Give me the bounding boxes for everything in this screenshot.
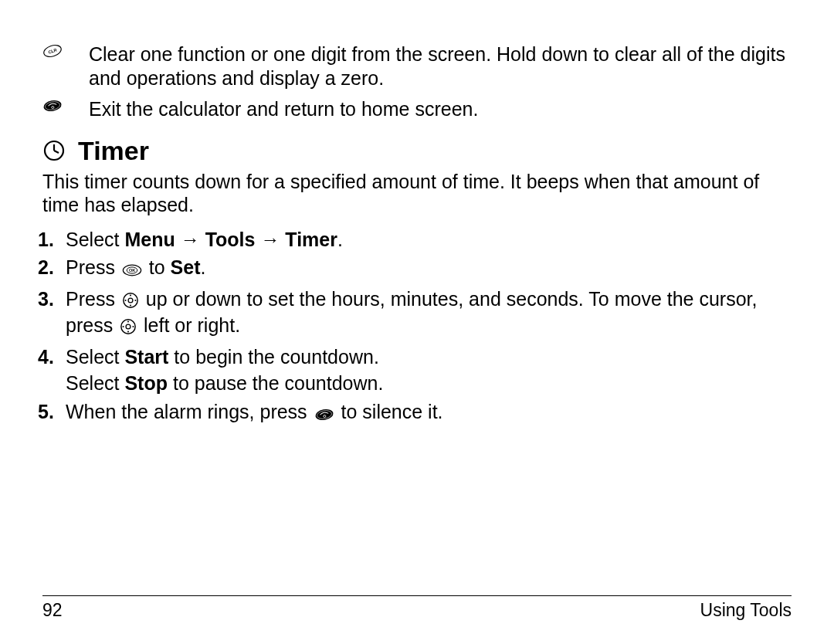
svg-point-12 [128,298,133,303]
step-text: Select [66,229,124,250]
svg-point-19 [127,321,129,323]
svg-point-21 [123,326,124,327]
bold-word: Set [171,256,201,278]
manual-page: CLR Clear one function or one digit from… [0,0,834,644]
period: . [201,256,206,278]
step-text: to begin the countdown. [168,346,378,368]
menu-path-part: Timer [285,229,337,250]
timer-icon [42,139,66,162]
step-text: Press [66,256,120,278]
svg-point-13 [130,295,131,297]
bold-word: Start [124,346,168,368]
svg-point-2 [42,99,62,113]
section-name: Using Tools [700,599,792,621]
end-key-icon [314,403,334,427]
svg-point-15 [124,300,126,301]
step-text: When the alarm rings, press [66,401,313,422]
menu-path-part: Tools [205,229,256,250]
page-footer: 92 Using Tools [42,595,792,621]
svg-point-14 [130,304,131,306]
svg-point-16 [134,300,136,301]
clr-key-icon: CLR [42,44,63,58]
svg-point-20 [127,331,129,333]
key-description-text: Exit the calculator and return to home s… [89,97,792,121]
end-key-icon [42,99,63,113]
step-text: Press [66,288,120,310]
arrow-icon: → [260,229,280,250]
key-description-row: CLR Clear one function or one digit from… [42,42,792,90]
bold-word: Stop [124,372,168,394]
step-item: Press OK to Set. [61,256,792,283]
section-heading: Timer [78,135,149,167]
nav-key-icon [122,290,139,314]
page-number: 92 [42,599,63,621]
step-item: Select Start to begin the countdown. Sel… [61,345,792,395]
step-text: Select [66,346,124,368]
svg-point-23 [314,408,334,422]
nav-key-icon [120,317,137,341]
step-item: Press up or down to set the hours, minut… [61,287,792,341]
step-item: Select Menu → Tools → Timer. [61,228,792,252]
section-heading-row: Timer [42,135,792,167]
menu-path-part: Menu [124,229,175,250]
icon-cell [42,97,89,113]
svg-point-18 [126,325,131,330]
key-description-text: Clear one function or one digit from the… [89,42,792,90]
key-description-row: Exit the calculator and return to home s… [42,97,792,121]
section-intro: This timer counts down for a specified a… [42,170,792,217]
heading-icon-cell [42,139,78,162]
step-text: to pause the countdown. [168,372,383,394]
steps-list: Select Menu → Tools → Timer. Press OK to… [61,228,792,427]
icon-cell: CLR [42,42,89,58]
period: . [337,229,343,250]
svg-text:OK: OK [129,269,135,273]
step-text: left or right. [144,314,240,336]
arrow-icon: → [181,229,200,250]
svg-line-7 [54,151,59,153]
step-text: to [149,256,171,278]
step-text: Select [66,372,124,394]
ok-key-icon: OK [122,259,142,283]
step-text: to silence it. [341,401,443,422]
svg-text:CLR: CLR [48,47,58,54]
step-item: When the alarm rings, press to silence i… [61,400,792,427]
svg-point-22 [133,326,134,327]
